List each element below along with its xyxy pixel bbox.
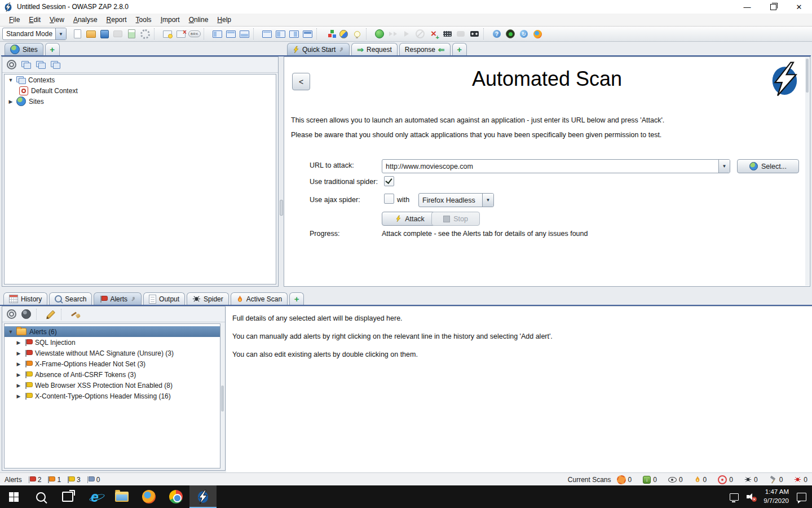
- tab-quick-start[interactable]: Quick Start: [287, 43, 350, 55]
- scope-target-icon[interactable]: [5, 59, 17, 71]
- browser-select[interactable]: Firefox Headless ▼: [418, 193, 494, 207]
- expander-closed-icon[interactable]: ▶: [16, 351, 21, 356]
- alert-count-high[interactable]: 2: [28, 476, 42, 484]
- vertical-splitter[interactable]: [279, 56, 283, 287]
- hide-all-tabs-icon[interactable]: [175, 28, 187, 40]
- expander-closed-icon[interactable]: ▶: [16, 361, 21, 367]
- tree-item-alert[interactable]: ▶ SQL Injection: [5, 337, 220, 348]
- tree-item-default-context[interactable]: Default Context: [5, 85, 276, 96]
- tree-item-alert[interactable]: ▶ Viewstate without MAC Signature (Unsur…: [5, 348, 220, 358]
- select-button[interactable]: Select...: [737, 159, 799, 173]
- tree-item-alert[interactable]: ▶ Absence of Anti-CSRF Tokens (3): [5, 369, 220, 380]
- hud-lightbulb-icon[interactable]: [351, 28, 363, 40]
- add-tab-button[interactable]: +: [452, 43, 467, 55]
- expander-closed-icon[interactable]: ▶: [16, 372, 21, 378]
- zap-taskbar-button[interactable]: [189, 485, 217, 508]
- open-session-icon[interactable]: [85, 28, 97, 40]
- add-tab-button[interactable]: +: [289, 292, 304, 305]
- tree-item-alerts-root[interactable]: ▼ Alerts (6): [5, 326, 220, 337]
- continue-icon[interactable]: [373, 28, 386, 40]
- tab-names-icon[interactable]: [261, 28, 273, 40]
- menu-analyse[interactable]: Analyse: [69, 15, 102, 25]
- scrollbar[interactable]: [220, 323, 224, 468]
- expander-closed-icon[interactable]: ▶: [16, 393, 21, 399]
- attack-button[interactable]: Attack: [382, 212, 438, 226]
- action-center-icon[interactable]: [797, 493, 806, 501]
- export-context-icon[interactable]: [49, 59, 61, 71]
- tab-sites[interactable]: Sites: [5, 43, 43, 55]
- scrollbar[interactable]: [805, 58, 809, 286]
- layout-maximised-icon[interactable]: [211, 28, 223, 40]
- chevron-down-icon[interactable]: ▼: [482, 194, 493, 207]
- minimize-button[interactable]: —: [734, 0, 760, 14]
- taskbar-clock[interactable]: 1:47 AM 9/7/2020: [764, 488, 789, 505]
- url-input[interactable]: http://www.moviescope.com: [382, 163, 473, 170]
- internet-explorer-button[interactable]: e: [81, 485, 108, 508]
- help-icon[interactable]: [491, 28, 503, 40]
- url-combo[interactable]: http://www.moviescope.com ▼: [382, 159, 730, 173]
- layout-stacked-icon[interactable]: [224, 28, 237, 40]
- delete-broom-icon[interactable]: [69, 309, 82, 320]
- chevron-down-icon[interactable]: ▼: [718, 160, 730, 173]
- traditional-spider-checkbox[interactable]: [384, 176, 394, 186]
- network-icon[interactable]: [730, 493, 739, 501]
- close-button[interactable]: ✕: [786, 0, 812, 14]
- show-all-tabs-icon[interactable]: [161, 28, 174, 40]
- chrome-button[interactable]: [162, 485, 189, 508]
- menu-edit[interactable]: Edit: [24, 15, 45, 25]
- marketplace-icon[interactable]: [337, 28, 350, 40]
- show-break-buttons-icon[interactable]: [188, 28, 201, 40]
- start-button[interactable]: [0, 485, 27, 508]
- import-context-icon[interactable]: [34, 59, 47, 71]
- menu-report[interactable]: Report: [102, 15, 131, 25]
- tree-item-alert[interactable]: ▶ X-Content-Type-Options Header Missing …: [5, 391, 220, 401]
- expander-open-icon[interactable]: ▼: [8, 329, 14, 335]
- alert-count-info[interactable]: 0: [86, 476, 100, 484]
- tab-request[interactable]: ⇒ Request: [351, 43, 397, 55]
- taskbar-search-button[interactable]: [27, 485, 54, 508]
- volume-muted-icon[interactable]: ✕: [747, 493, 756, 501]
- expander-closed-icon[interactable]: ▶: [16, 383, 21, 388]
- options-gear-icon[interactable]: [139, 28, 151, 40]
- new-session-icon[interactable]: [71, 28, 83, 40]
- add-tab-button[interactable]: +: [45, 43, 60, 55]
- expander-open-icon[interactable]: ▼: [8, 77, 14, 83]
- layout-full-icon[interactable]: [238, 28, 250, 40]
- expander-closed-icon[interactable]: ▶: [8, 99, 14, 104]
- menu-import[interactable]: Import: [156, 15, 184, 25]
- tree-item-alert[interactable]: ▶ X-Frame-Options Header Not Set (3): [5, 358, 220, 369]
- firefox-button[interactable]: [135, 485, 162, 508]
- globe-dark-icon[interactable]: [20, 309, 32, 320]
- tab-full-width-icon[interactable]: [301, 28, 314, 40]
- menu-tools[interactable]: Tools: [131, 15, 156, 25]
- record-session-icon[interactable]: [504, 28, 517, 40]
- menu-online[interactable]: Online: [184, 15, 213, 25]
- tab-search[interactable]: Search: [49, 292, 92, 305]
- new-context-icon[interactable]: [20, 59, 32, 71]
- menu-file[interactable]: File: [5, 15, 24, 25]
- session-properties-icon[interactable]: [125, 28, 138, 40]
- pin-icon[interactable]: [130, 296, 136, 302]
- add-breakpoint-icon[interactable]: [427, 28, 440, 40]
- tree-item-alert[interactable]: ▶ Web Browser XSS Protection Not Enabled…: [5, 380, 220, 391]
- tab-history[interactable]: History: [3, 292, 47, 305]
- tab-spider[interactable]: Spider: [187, 292, 229, 305]
- mode-select[interactable]: Standard Mode ▼: [2, 28, 67, 40]
- tree-item-contexts[interactable]: ▼ Contexts: [5, 75, 276, 85]
- fuzzer-keyboard-icon[interactable]: [441, 28, 453, 40]
- record-script-icon[interactable]: [468, 28, 480, 40]
- edit-pencil-icon[interactable]: [45, 309, 57, 320]
- tab-response[interactable]: Response ⇐: [399, 43, 451, 55]
- persist-session-icon[interactable]: [98, 28, 111, 40]
- restore-button[interactable]: [760, 0, 786, 14]
- check-updates-icon[interactable]: [518, 28, 530, 40]
- task-view-button[interactable]: [54, 485, 81, 508]
- tab-output[interactable]: Output: [143, 292, 185, 305]
- scope-target-icon[interactable]: [5, 309, 17, 320]
- tab-active-scan[interactable]: Active Scan: [231, 292, 288, 305]
- menu-view[interactable]: View: [45, 15, 69, 25]
- alert-count-low[interactable]: 3: [67, 476, 81, 484]
- open-browser-firefox-icon[interactable]: [531, 28, 544, 40]
- tab-split-right-icon[interactable]: [288, 28, 300, 40]
- pin-icon[interactable]: [338, 47, 344, 52]
